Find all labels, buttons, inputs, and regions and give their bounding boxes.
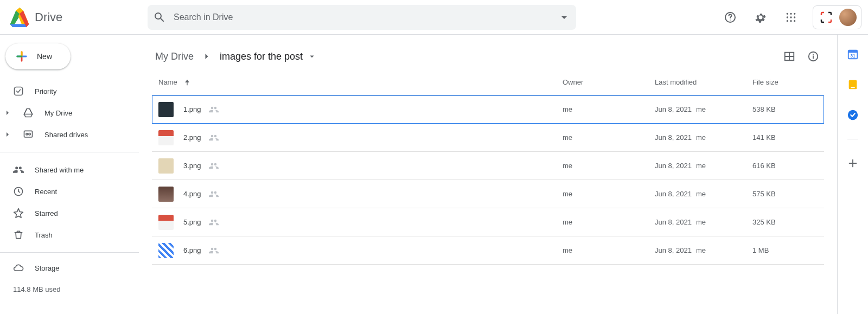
sidebar-item-trash[interactable]: Trash [0,224,139,246]
shared-icon [209,246,219,255]
file-row[interactable]: 1.pngmeJun 8, 2021me538 KB [152,95,824,124]
svg-point-7 [790,12,792,14]
sidebar-item-my-drive[interactable]: My Drive [0,102,139,124]
file-modified-date: Jun 8, 2021 [655,105,692,113]
trash-icon [13,229,24,240]
my-drive-icon [23,107,34,118]
sidebar-item-label: Shared with me [35,166,84,174]
new-button[interactable]: New [5,43,71,69]
rail-add[interactable] [842,152,864,174]
file-size: 325 KB [752,218,818,226]
file-row[interactable]: 6.pngmeJun 8, 2021me1 MB [152,236,824,265]
file-owner: me [563,190,655,198]
file-name: 6.png [183,246,201,254]
file-thumbnail [158,130,174,145]
file-modified: Jun 8, 2021me [655,162,752,170]
column-header-modified[interactable]: Last modified [655,78,752,86]
sidebar-item-priority[interactable]: Priority [0,80,139,102]
file-owner: me [563,133,655,142]
shared-icon [209,105,219,114]
file-thumbnail [158,187,174,202]
column-header-owner[interactable]: Owner [563,78,655,86]
search-options-caret-icon[interactable] [558,11,571,24]
expand-caret-icon[interactable] [3,110,12,116]
lens-icon [820,11,833,24]
sort-asc-icon [183,78,192,87]
file-name: 1.png [183,105,201,113]
file-modified-date: Jun 8, 2021 [655,133,692,142]
shared-icon [209,189,219,199]
content-area: My Drive images for the post [139,35,838,314]
file-row[interactable]: 5.pngmeJun 8, 2021me325 KB [152,208,824,236]
cloud-icon [13,262,24,273]
file-modified: Jun 8, 2021me [655,133,752,142]
drive-logo-icon [9,7,30,28]
breadcrumb-current[interactable]: images for the post [216,49,320,65]
file-row[interactable]: 4.pngmeJun 8, 2021me575 KB [152,180,824,208]
shared-drives-icon [23,129,34,140]
column-header-name[interactable]: Name [158,78,563,87]
sidebar-item-label: My Drive [44,109,72,117]
file-owner: me [563,162,655,170]
file-modified-by: me [696,162,706,170]
priority-icon [13,86,24,97]
topbar: Drive [0,0,868,35]
expand-caret-icon[interactable] [3,132,12,137]
storage-used-text: 114.8 MB used [0,279,139,300]
file-name-cell: 1.png [158,102,563,117]
grid-view-toggle[interactable] [778,46,800,67]
file-list: 1.pngmeJun 8, 2021me538 KB2.pngmeJun 8, … [152,95,824,265]
search-input[interactable] [174,12,550,22]
chevron-right-icon [201,51,212,62]
settings-button[interactable] [748,4,774,30]
sidebar-item-recent[interactable]: Recent [0,181,139,202]
breadcrumb-root[interactable]: My Drive [152,49,197,65]
shared-icon [209,217,219,227]
svg-rect-27 [851,87,854,88]
column-header-size[interactable]: File size [752,78,818,86]
file-table-header: Name Owner Last modified File size [152,69,824,95]
file-row[interactable]: 2.pngmeJun 8, 2021me141 KB [152,124,824,152]
details-pane-toggle[interactable] [802,46,824,67]
file-name: 4.png [183,190,201,198]
sidebar-item-shared-drives[interactable]: Shared drives [0,124,139,145]
file-name-cell: 3.png [158,158,563,174]
search-icon [153,11,166,24]
file-modified: Jun 8, 2021me [655,218,752,226]
side-rail: 31 [838,35,868,314]
file-row[interactable]: 3.pngmeJun 8, 2021me616 KB [152,152,824,180]
rail-keep[interactable] [842,74,864,95]
svg-rect-24 [848,50,858,53]
help-button[interactable] [717,4,743,30]
sidebar-item-shared-with-me[interactable]: Shared with me [0,159,139,181]
file-size: 1 MB [752,246,818,254]
file-modified-by: me [696,190,706,198]
svg-point-9 [787,16,788,18]
file-modified-by: me [696,246,706,254]
svg-rect-15 [15,87,23,95]
sidebar-item-label: Starred [35,209,58,217]
apps-grid-button[interactable] [778,4,804,30]
column-label: Name [158,78,177,86]
file-owner: me [563,105,655,113]
file-name: 2.png [183,133,201,142]
search-bar[interactable] [148,5,576,30]
logo-area[interactable]: Drive [9,7,148,28]
breadcrumb: My Drive images for the post [152,43,824,69]
svg-point-8 [794,12,795,14]
breadcrumb-current-label: images for the post [220,51,303,62]
avatar[interactable] [839,9,857,26]
file-thumbnail [158,243,174,258]
svg-point-22 [813,54,814,55]
sidebar-item-starred[interactable]: Starred [0,202,139,224]
star-icon [13,208,24,219]
search-wrap [148,5,576,30]
file-owner: me [563,246,655,254]
sidebar-item-storage[interactable]: Storage [0,257,139,279]
file-name-cell: 6.png [158,243,563,258]
account-switcher[interactable] [813,5,861,29]
file-modified-by: me [696,105,706,113]
rail-calendar[interactable]: 31 [842,43,864,65]
sidebar-item-label: Shared drives [44,131,88,139]
rail-tasks[interactable] [842,104,864,126]
